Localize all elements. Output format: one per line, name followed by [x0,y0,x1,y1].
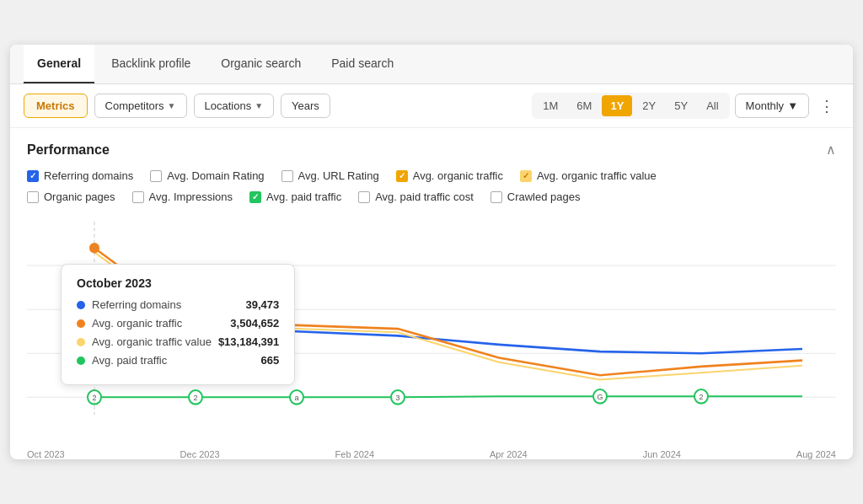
svg-text:2: 2 [193,394,197,402]
toolbar: Metrics Competitors ▼ Locations ▼ Years … [10,84,853,128]
metrics-rows: ✓ Referring domains Avg. Domain Rating A… [27,169,836,203]
toolbar-left: Metrics Competitors ▼ Locations ▼ Years [24,94,330,118]
monthly-dropdown[interactable]: Monthly ▼ [735,94,809,118]
time-period-selector: 1M 6M 1Y 2Y 5Y All [532,93,729,119]
years-label: Years [292,99,319,112]
tooltip-value-3: 665 [260,354,279,367]
time-btn-2y[interactable]: 2Y [634,95,664,116]
locations-dropdown[interactable]: Locations ▼ [194,94,275,118]
tooltip-label-3: Avg. paid traffic [92,354,167,367]
metric-avg-organic-traffic: ✓ Avg. organic traffic [396,169,503,182]
metric-label: Avg. organic traffic value [537,169,657,182]
tooltip-dot-blue [77,301,85,309]
toolbar-right: 1M 6M 1Y 2Y 5Y All Monthly ▼ ⋮ [532,93,839,119]
checkbox-avg-organic-traffic-value[interactable]: ✓ [520,170,532,182]
time-btn-6m[interactable]: 6M [568,95,600,116]
svg-text:G: G [598,393,603,401]
checkbox-avg-url-rating[interactable] [281,170,293,182]
metrics-button[interactable]: Metrics [24,94,88,118]
metrics-row-2: Organic pages Avg. Impressions ✓ Avg. pa… [27,190,836,203]
competitors-label: Competitors [105,99,164,112]
tooltip-value-1: 3,504,652 [230,317,279,330]
tab-bar: General Backlink profile Organic search … [10,45,853,84]
chevron-down-icon: ▼ [168,101,176,110]
time-btn-1y[interactable]: 1Y [602,95,632,116]
tooltip-row-3: Avg. paid traffic 665 [77,354,279,367]
years-dropdown[interactable]: Years [281,94,330,118]
tooltip-value-2: $13,184,391 [218,335,279,348]
tooltip-dot-green [77,357,85,365]
metric-label: Avg. URL Rating [298,169,379,182]
checkbox-avg-paid-traffic-cost[interactable] [358,191,370,203]
tooltip-label-2: Avg. organic traffic value [92,335,212,348]
time-btn-1m[interactable]: 1M [534,95,566,116]
metric-label: Avg. Domain Rating [167,169,264,182]
tooltip-row-1: Avg. organic traffic 3,504,652 [77,317,279,330]
tooltip-title: October 2023 [77,276,279,290]
tooltip-label-0: Referring domains [92,298,181,311]
checkbox-avg-impressions[interactable] [132,191,144,203]
performance-header: Performance ∧ [27,142,836,158]
metric-label: Crawled pages [507,190,581,203]
collapse-button[interactable]: ∧ [826,142,836,158]
metric-label: Avg. Impressions [149,190,233,203]
metric-avg-domain-rating: Avg. Domain Rating [150,169,264,182]
competitors-dropdown[interactable]: Competitors ▼ [94,94,187,118]
metric-label: Referring domains [44,169,133,182]
tooltip-value-0: 39,473 [245,298,279,311]
tab-paid-search[interactable]: Paid search [318,45,407,83]
metric-avg-paid-traffic-cost: Avg. paid traffic cost [358,190,474,203]
performance-title: Performance [27,142,110,158]
metric-label: Avg. organic traffic [413,169,503,182]
svg-text:2: 2 [699,393,703,401]
metric-avg-impressions: Avg. Impressions [132,190,233,203]
tab-backlink-profile[interactable]: Backlink profile [98,45,204,83]
checkbox-avg-paid-traffic[interactable]: ✓ [249,191,261,203]
chevron-down-icon: ▼ [787,99,798,112]
metric-organic-pages: Organic pages [27,190,115,203]
metric-referring-domains: ✓ Referring domains [27,169,133,182]
time-btn-5y[interactable]: 5Y [666,95,696,116]
metric-label: Organic pages [44,190,115,203]
metric-avg-paid-traffic: ✓ Avg. paid traffic [249,190,341,203]
checkbox-avg-organic-traffic[interactable]: ✓ [396,170,408,182]
checkbox-organic-pages[interactable] [27,191,39,203]
chevron-down-icon: ▼ [255,101,263,110]
tab-organic-search[interactable]: Organic search [207,45,314,83]
tooltip-row-2: Avg. organic traffic value $13,184,391 [77,335,279,348]
monthly-label: Monthly [746,99,785,112]
metrics-row-1: ✓ Referring domains Avg. Domain Rating A… [27,169,836,182]
svg-text:3: 3 [395,394,399,402]
checkbox-crawled-pages[interactable] [490,191,502,203]
checkbox-avg-domain-rating[interactable] [150,170,162,182]
main-window: General Backlink profile Organic search … [10,45,853,459]
time-btn-all[interactable]: All [698,95,726,116]
chart-area: 2 2 a 3 G 2 October 2023 Referring domai… [10,213,853,459]
chart-tooltip: October 2023 Referring domains 39,473 Av… [61,264,295,385]
tooltip-dot-orange [77,319,85,328]
tooltip-label-1: Avg. organic traffic [92,317,182,330]
locations-label: Locations [205,99,252,112]
tooltip-row-0: Referring domains 39,473 [77,298,279,311]
metric-crawled-pages: Crawled pages [490,190,581,203]
tooltip-dot-yellow [77,338,85,346]
svg-text:a: a [294,394,299,402]
metric-avg-url-rating: Avg. URL Rating [281,169,379,182]
more-options-button[interactable]: ⋮ [814,94,839,119]
checkbox-referring-domains[interactable]: ✓ [27,170,39,182]
performance-section: Performance ∧ ✓ Referring domains Avg. D… [10,128,853,203]
metric-label: Avg. paid traffic [266,190,341,203]
metric-avg-organic-traffic-value: ✓ Avg. organic traffic value [520,169,657,182]
metric-label: Avg. paid traffic cost [375,190,474,203]
tab-general[interactable]: General [24,45,94,83]
